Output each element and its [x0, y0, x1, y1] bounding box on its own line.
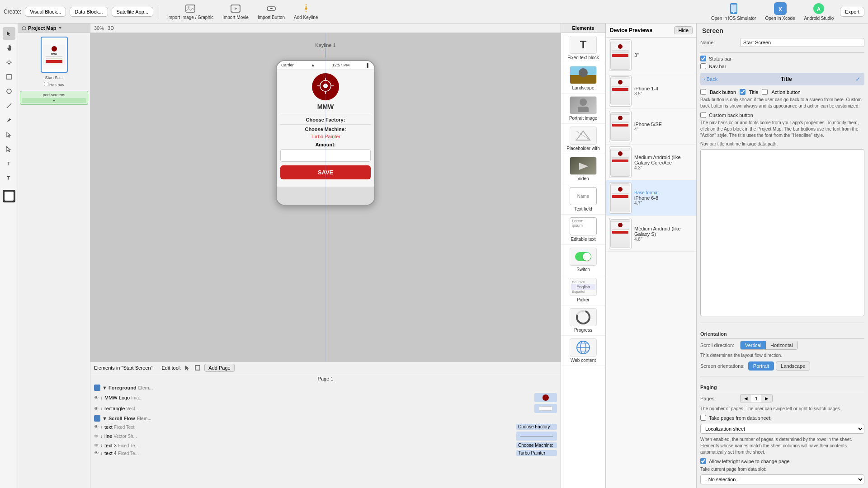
circle-tool[interactable]: [3, 85, 15, 98]
switch-label: Switch: [576, 267, 590, 272]
take-pages-checkbox[interactable]: [700, 415, 706, 421]
add-keyline-button[interactable]: Add Keyline: [291, 2, 321, 21]
text3-eye-icon[interactable]: 👁: [94, 443, 99, 448]
android-studio-button[interactable]: A Android Studio: [802, 1, 837, 22]
device-item-3inch[interactable]: 3": [606, 38, 696, 73]
data-block-button[interactable]: Data Block...: [70, 7, 108, 17]
element-portrait-image[interactable]: Portrait image: [561, 94, 605, 124]
divider2: [700, 323, 864, 323]
action-button-checkbox[interactable]: [762, 89, 768, 95]
phone-mockup: Carrier ▲ 12:57 PM ▌: [276, 60, 375, 206]
screen-thumbnail[interactable]: MMW: [41, 37, 68, 73]
line-tool[interactable]: [3, 99, 15, 112]
text4-eye-icon[interactable]: 👁: [94, 450, 99, 455]
landscape-label: Landscape: [572, 85, 594, 90]
text2-tool[interactable]: T: [3, 172, 15, 184]
device-item-iphone5se[interactable]: iPhone 5/SE 4": [606, 109, 696, 145]
localization-sheet-select[interactable]: Localization sheet: [700, 424, 864, 434]
text4-arrow-icon: ↓: [100, 450, 103, 455]
rect-tool[interactable]: [3, 70, 15, 83]
rectangle-row[interactable]: 👁 ↓ rectangle Vect...: [92, 403, 559, 414]
select3-tool[interactable]: [3, 143, 15, 155]
back-button-checkbox[interactable]: [700, 89, 706, 95]
device-item-iphone14[interactable]: iPhone 1-4 3.5": [606, 73, 696, 109]
horizontal-btn[interactable]: Horizontal: [766, 341, 797, 349]
vertical-btn[interactable]: Vertical: [741, 341, 766, 349]
svg-rect-4: [239, 5, 240, 6]
progress-label: Progress: [574, 328, 592, 333]
phone-input[interactable]: [280, 149, 371, 162]
text-eye-icon[interactable]: 👁: [94, 424, 99, 429]
add-page-button[interactable]: Add Page: [204, 364, 234, 372]
phone-time: 12:57 PM: [332, 63, 350, 67]
has-nav-checkbox[interactable]: [44, 82, 48, 86]
device-item-android-medium[interactable]: Medium Android (like Galaxy Core/Ace 4.3…: [606, 145, 696, 180]
scroll-flow-group-header[interactable]: ▼ Scroll Flow Elem...: [92, 414, 559, 423]
mmw-logo-row[interactable]: 👁 ↓ MMW Logo Ima...: [92, 392, 559, 403]
hide-device-previews-button[interactable]: Hide: [674, 26, 693, 34]
element-text-field[interactable]: Name Text field: [561, 184, 605, 215]
nav-bar-checkbox[interactable]: [700, 63, 706, 69]
import-button-button[interactable]: Import Button: [255, 2, 288, 21]
screen-item[interactable]: MMW Start Sc... Has nav: [20, 35, 88, 87]
svg-rect-46: [195, 366, 200, 370]
mini-phone-iphone14: [610, 76, 630, 105]
device-item-iphone68[interactable]: Base format iPhone 6-8 4.7": [606, 180, 696, 216]
text3-value: Choose Machine:: [516, 442, 557, 448]
paint-tool[interactable]: [3, 114, 15, 127]
satellite-app-button[interactable]: Satellite App...: [112, 7, 153, 17]
select2-tool[interactable]: [3, 128, 15, 141]
phone-save-button[interactable]: SAVE: [280, 165, 371, 179]
open-ios-simulator-button[interactable]: Open in iOS Simulator: [708, 1, 759, 22]
rectangle-name: rectangle Vect...: [104, 406, 533, 411]
import-screens-area[interactable]: port screens A: [20, 91, 88, 105]
element-editable-text[interactable]: Lorem ipsum Editable text: [561, 215, 605, 245]
mini-phone-btn3: [612, 124, 628, 127]
pages-increment-button[interactable]: ►: [761, 394, 772, 403]
landscape-btn[interactable]: Landscape: [776, 361, 810, 371]
mmw-logo-eye-icon[interactable]: 👁: [94, 395, 99, 400]
import-image-button[interactable]: Import Image / Graphic: [165, 2, 216, 21]
line-vector-row[interactable]: 👁 ↓ line Vector Sh...: [92, 431, 559, 441]
edit-tool-label: Edit tool:: [161, 365, 181, 371]
text3-row[interactable]: 👁 ↓ text 3 Fixed Te... Choose Machine:: [92, 441, 559, 449]
current-page-select[interactable]: - No selection -: [700, 474, 864, 484]
screen-name-input[interactable]: [740, 38, 864, 47]
export-button[interactable]: Export: [840, 7, 864, 17]
phone-machine-value[interactable]: Turbo Painter: [280, 134, 371, 139]
text4-row[interactable]: 👁 ↓ text 4 Fixed Te... Turbo Painter: [92, 449, 559, 457]
element-web-content[interactable]: Web content: [561, 336, 605, 366]
svg-marker-49: [579, 163, 588, 170]
title-checkbox[interactable]: [740, 89, 745, 95]
right-panel-title: Screen: [700, 27, 864, 34]
element-progress[interactable]: Progress: [561, 305, 605, 336]
import-movie-button[interactable]: Import Movie: [220, 2, 251, 21]
device-item-android-s[interactable]: Medium Android (like Galaxy S) 4.8": [606, 216, 696, 252]
open-xcode-button[interactable]: X Open in Xcode: [762, 1, 797, 22]
allow-swipe-checkbox[interactable]: [700, 458, 706, 464]
foreground-group-header[interactable]: ▼ Foreground Elem...: [92, 383, 559, 392]
element-placeholder[interactable]: Placeholder with: [561, 124, 605, 154]
line-eye-icon[interactable]: 👁: [94, 434, 99, 439]
status-bar-checkbox[interactable]: [700, 56, 706, 61]
pen-tool[interactable]: [3, 56, 15, 69]
nav-title-path-input[interactable]: [700, 149, 864, 316]
element-switch[interactable]: Switch: [561, 245, 605, 275]
import-screens-btn[interactable]: A: [22, 98, 86, 103]
hand-tool[interactable]: [3, 42, 15, 54]
rectangle-eye-icon[interactable]: 👁: [94, 406, 99, 411]
element-video[interactable]: Video: [561, 154, 605, 184]
svg-rect-6: [239, 11, 240, 12]
color-swatch[interactable]: [3, 190, 15, 202]
cursor-tool[interactable]: [3, 27, 15, 40]
text-fixed-text-row[interactable]: 👁 ↓ text Fixed Text Choose Factory:: [92, 423, 559, 431]
custom-back-checkbox[interactable]: [700, 112, 706, 118]
element-fixed-text-block[interactable]: T Fixed text block: [561, 33, 605, 63]
element-picker[interactable]: Deutsch English Español Picker: [561, 275, 605, 305]
pages-decrement-button[interactable]: ◄: [741, 394, 751, 403]
portrait-btn[interactable]: Portrait: [748, 361, 774, 371]
element-landscape[interactable]: Landscape: [561, 63, 605, 94]
visual-block-button[interactable]: Visual Block...: [25, 7, 66, 17]
text-tool[interactable]: T: [3, 157, 15, 170]
svg-marker-7: [235, 7, 237, 10]
